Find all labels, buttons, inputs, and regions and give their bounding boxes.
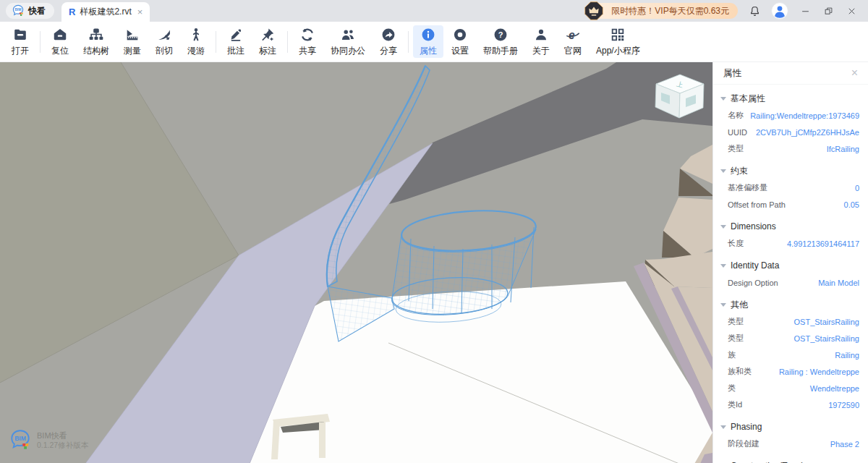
bell-icon[interactable] xyxy=(748,4,761,17)
toolbar-separator xyxy=(40,31,41,53)
toolbar-item-help[interactable]: ?帮助手册 xyxy=(477,25,524,58)
property-label: 类型 xyxy=(728,333,744,344)
toolbar-item-share[interactable]: 分享 xyxy=(373,25,404,58)
close-button[interactable] xyxy=(845,4,858,17)
panel-section: Identity DataDesign OptionMain Model xyxy=(713,257,868,291)
property-label: 名称 xyxy=(728,110,744,121)
toolbar-item-annotate[interactable]: 批注 xyxy=(221,25,251,58)
share-arrow-icon xyxy=(380,27,396,43)
toolbar-group: 属性设置?帮助手册关于e官网App/小程序 xyxy=(412,22,647,61)
toolbar-item-open[interactable]: 打开 xyxy=(5,25,35,58)
vip-banner-text: 限时特惠！VIP每天仅需0.63元 xyxy=(611,5,729,17)
property-label: 阶段创建 xyxy=(728,438,760,449)
property-row: 类Wendeltreppe xyxy=(713,380,868,396)
chevron-down-icon xyxy=(720,225,726,229)
document-tab-label: 样板建筑2.rvt xyxy=(80,6,131,18)
chevron-down-icon xyxy=(720,264,726,268)
toolbar-item-label: 设置 xyxy=(451,45,469,57)
app-logo-badge[interactable]: BIM 快看 xyxy=(6,3,54,19)
toolbar-item-label: 共享 xyxy=(299,45,316,57)
svg-text:BIM: BIM xyxy=(14,435,26,442)
watermark-version: 0.1.27修补版本 xyxy=(37,441,88,450)
property-label: UUID xyxy=(728,128,747,137)
property-row: 类型OST_StairsRailing xyxy=(713,330,868,347)
panel-close-icon[interactable]: × xyxy=(851,67,858,79)
home-icon xyxy=(52,27,68,43)
toolbar-item-markup[interactable]: 标注 xyxy=(252,25,283,58)
toolbar-item-section-cut[interactable]: 剖切 xyxy=(149,25,179,58)
chevron-down-icon xyxy=(720,303,726,307)
panel-section-title: 约束 xyxy=(731,165,748,177)
chevron-down-icon xyxy=(720,425,726,429)
panel-section-title: Identity Data xyxy=(731,260,779,271)
app-watermark: BIM BIM快看 0.1.27修补版本 xyxy=(9,428,88,454)
property-label: 类型 xyxy=(728,143,744,154)
property-value: Railing:Wendeltreppe:1973469 xyxy=(750,111,859,120)
minimize-button[interactable] xyxy=(799,4,812,17)
property-row: Offset from Path0.05 xyxy=(713,196,868,213)
ie-globe-icon: e xyxy=(565,27,581,43)
bim-chat-bubble-icon: BIM xyxy=(12,4,25,19)
panel-section-header[interactable]: Phasing xyxy=(713,418,868,436)
panel-section: 约束基准偏移量0Offset from Path0.05 xyxy=(713,162,868,213)
toolbar-separator xyxy=(408,31,409,53)
property-value: Main Model xyxy=(818,279,859,287)
property-label: 长度 xyxy=(728,238,744,249)
toolbar-item-share-sync[interactable]: 共享 xyxy=(292,25,323,58)
property-label: 族和类 xyxy=(728,366,752,377)
toolbar-item-measure[interactable]: 测量 xyxy=(117,25,148,58)
walk-person-icon xyxy=(188,27,204,43)
viewport-3d[interactable]: 上 BIM BIM快看 0.1.27修补版本 xyxy=(0,62,712,463)
toolbar-item-about[interactable]: 关于 xyxy=(526,25,556,58)
toolbar-item-label: App/小程序 xyxy=(596,45,640,57)
property-label: 族 xyxy=(728,349,736,360)
app-logo-label: 快看 xyxy=(28,5,46,17)
pen-icon xyxy=(228,27,244,43)
panel-section-header[interactable]: 约束 xyxy=(713,162,868,179)
toolbar-item-collaborate[interactable]: 协同办公 xyxy=(324,25,372,58)
property-value: IfcRailing xyxy=(827,145,859,153)
toolbar-item-website[interactable]: e官网 xyxy=(558,25,588,58)
property-value: OST_StairsRailing xyxy=(794,334,859,343)
vip-promo-banner[interactable]: 限时特惠！VIP每天仅需0.63元 xyxy=(588,3,738,19)
toolbar-item-label: 关于 xyxy=(532,45,550,57)
panel-section-title: Phasing xyxy=(731,422,762,432)
property-label: Offset from Path xyxy=(728,200,786,209)
panel-section-header[interactable]: 基本属性 xyxy=(713,90,868,107)
panel-section-header[interactable]: 其他 xyxy=(713,296,868,313)
3d-scene-canvas[interactable]: 上 xyxy=(0,62,712,463)
property-row: 名称Railing:Wendeltreppe:1973469 xyxy=(713,107,868,124)
panel-section-header[interactable]: Dimensions xyxy=(713,218,868,235)
toolbar-item-reset[interactable]: 复位 xyxy=(45,25,75,58)
svg-text:?: ? xyxy=(498,30,503,39)
property-row: 类型OST_StairsRailing xyxy=(713,313,868,330)
property-value: 2CVB7Uh_jCMfp2Z6HHJsAe xyxy=(756,128,859,137)
gear-icon xyxy=(452,27,468,43)
panel-section-header[interactable]: Construction(Type) xyxy=(713,457,868,463)
toolbar-item-properties[interactable]: 属性 xyxy=(413,25,443,58)
toolbar-item-label: 帮助手册 xyxy=(483,45,518,57)
toolbar-item-structure-tree[interactable]: 结构树 xyxy=(77,25,116,58)
toolbar-item-app-miniprogram[interactable]: App/小程序 xyxy=(590,25,647,58)
tab-close-icon[interactable]: × xyxy=(137,7,143,17)
panel-section-header[interactable]: Identity Data xyxy=(713,257,868,274)
toolbar-item-label: 官网 xyxy=(564,45,582,57)
toolbar-item-label: 剖切 xyxy=(156,45,173,57)
property-value: 0.05 xyxy=(844,200,859,209)
toolbar-separator xyxy=(287,31,288,53)
toolbar-item-label: 协同办公 xyxy=(331,45,365,57)
toolbar-item-roam[interactable]: 漫游 xyxy=(181,25,211,58)
revit-r-icon: R xyxy=(69,7,75,17)
people-icon xyxy=(340,27,356,43)
svg-text:e: e xyxy=(569,28,575,41)
panel-section-title: 其他 xyxy=(731,299,748,311)
property-row: 类Id1972590 xyxy=(713,396,868,413)
toolbar-group: 批注标注 xyxy=(220,22,284,61)
toolbar-item-label: 打开 xyxy=(12,45,29,57)
restore-button[interactable] xyxy=(822,4,835,17)
toolbar-item-settings[interactable]: 设置 xyxy=(445,25,475,58)
toolbar-group: 复位结构树测量剖切漫游 xyxy=(44,22,212,61)
panel-section: Dimensions长度4.991213691464117 xyxy=(713,218,868,252)
document-tab[interactable]: R 样板建筑2.rvt × xyxy=(61,2,150,22)
user-avatar-icon[interactable] xyxy=(771,2,788,20)
